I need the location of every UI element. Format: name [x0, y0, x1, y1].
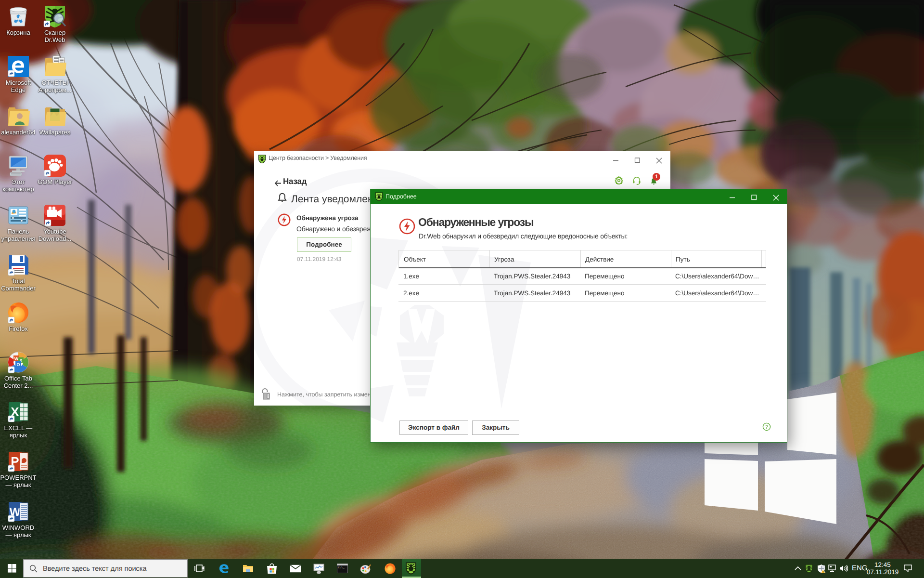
svg-text:O: O	[16, 362, 20, 367]
svg-text:W: W	[14, 356, 19, 361]
svg-text:!: !	[822, 570, 823, 573]
svg-text:?: ?	[765, 424, 768, 430]
svg-text:C:\_: C:\_	[338, 566, 345, 569]
